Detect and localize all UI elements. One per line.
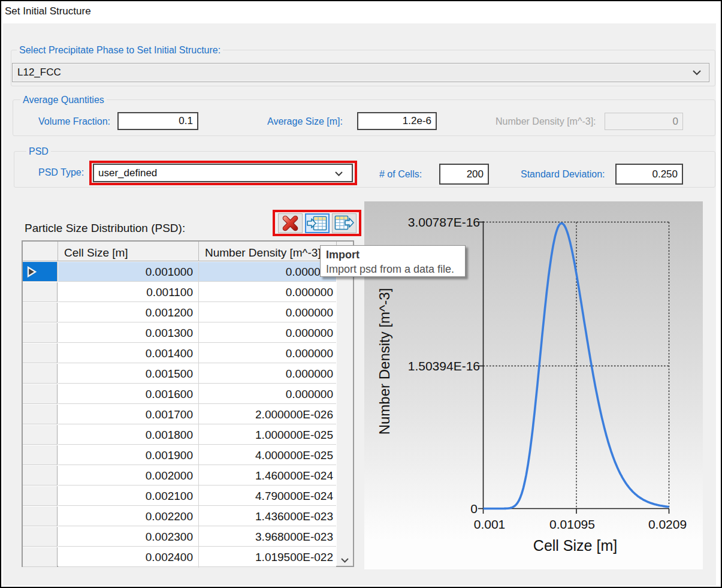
svg-text:Number Density [m^-3]: Number Density [m^-3] [376, 288, 392, 435]
svg-text:3.00787E-16: 3.00787E-16 [408, 215, 480, 229]
svg-text:0: 0 [470, 502, 478, 515]
svg-text:0.001: 0.001 [474, 517, 506, 531]
svg-text:0.01095: 0.01095 [549, 517, 595, 531]
svg-text:0.0209: 0.0209 [648, 517, 687, 531]
svg-text:1.50394E-16: 1.50394E-16 [408, 359, 480, 373]
svg-text:Cell Size [m]: Cell Size [m] [533, 537, 617, 554]
